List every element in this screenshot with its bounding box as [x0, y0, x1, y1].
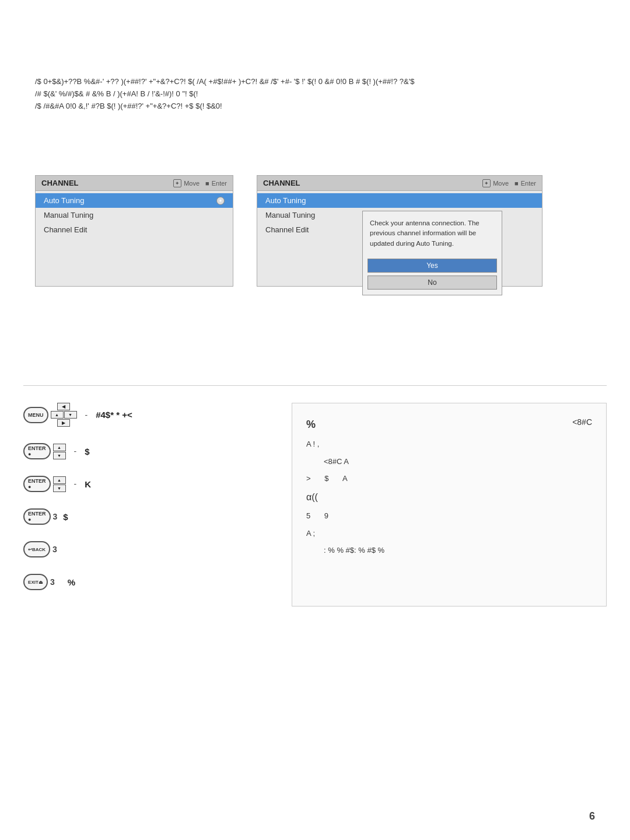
left-channel-menu: Auto Tuning ● Manual Tuning Channel Edit: [36, 191, 233, 286]
button-instructions: MENU ◀ ▶ - #4$* * +< ENTER●: [23, 403, 257, 607]
right-auto-tuning-label: Auto Tuning: [265, 196, 306, 205]
left-nav-enter-sep: ■: [205, 180, 209, 187]
left-channel-edit-label: Channel Edit: [44, 225, 87, 234]
yes-button[interactable]: Yes: [368, 259, 497, 273]
section-divider: [23, 385, 607, 386]
nav-move-icon: ✦: [173, 179, 181, 187]
info-sub-text: : % % #$: % #$ %: [324, 546, 384, 555]
right-channel-box: CHANNEL ✦ Move ■ Enter Auto Tuning Manua…: [257, 175, 542, 287]
left-menu-item-manual-tuning[interactable]: Manual Tuning: [36, 208, 233, 222]
num-3-label-1: 3: [53, 512, 58, 521]
info-row-4: α((: [306, 489, 592, 506]
right-menu-item-auto-tuning[interactable]: Auto Tuning: [257, 193, 542, 208]
left-channel-nav-hint: ✦ Move ■ Enter: [173, 179, 227, 187]
info-row-2: A ! ,: [306, 437, 592, 451]
enter3-label: $: [63, 512, 68, 522]
btn-group-enter2: ENTER●: [23, 476, 66, 492]
right-nav-move-label: Move: [493, 180, 509, 187]
antenna-popup: Check your antenna connection. The previ…: [362, 211, 502, 295]
info-box: % <8#C A ! , <8#C A > $ A α(( 5 9 A ; : …: [292, 403, 607, 607]
info-row-5: A ;: [306, 527, 592, 540]
arrow-right-button[interactable]: ▶: [57, 419, 70, 427]
btn-group-menu: MENU ◀ ▶: [23, 403, 77, 427]
desc-line3: /$ /#&#A 0!0 &,!' #?B $(! )(+##!?' +"+&?…: [35, 100, 595, 113]
enter-button-2[interactable]: ENTER●: [23, 476, 51, 492]
info-a-label: A ! ,: [306, 440, 319, 448]
right-channel-nav-hint: ✦ Move ■ Enter: [482, 179, 536, 187]
right-nav-enter-sep: ■: [514, 180, 519, 187]
btn-row-enter3: ENTER● 3 $: [23, 508, 257, 525]
btn-row-menu: MENU ◀ ▶ - #4$* * +<: [23, 403, 257, 427]
right-channel-header: CHANNEL ✦ Move ■ Enter: [257, 176, 542, 191]
arrow-buttons-3: [53, 476, 66, 492]
dash-3: -: [74, 479, 77, 489]
btn-group-enter1: ENTER●: [23, 443, 66, 459]
left-menu-item-auto-tuning[interactable]: Auto Tuning ●: [36, 193, 233, 208]
right-nav-move-icon: ✦: [482, 179, 491, 187]
left-nav-enter-label: Enter: [212, 180, 227, 187]
num-3-label-2: 3: [52, 545, 57, 554]
arrow-down-button-3[interactable]: [53, 485, 66, 492]
arrow-up-button-2[interactable]: [53, 444, 66, 451]
page-number: 6: [589, 810, 595, 822]
info-row-3: > $ A: [306, 472, 592, 485]
btn-row-enter1: ENTER● - $: [23, 443, 257, 459]
no-button[interactable]: No: [368, 276, 497, 290]
info-code-1: <8#C: [572, 415, 592, 430]
selected-icon: ●: [216, 197, 225, 205]
info-num-5: 5: [306, 511, 310, 520]
enter1-label: $: [85, 447, 89, 456]
left-auto-tuning-label: Auto Tuning: [44, 196, 84, 205]
info-a-val: A: [342, 474, 348, 483]
exit-label: %: [68, 577, 75, 587]
info-gt-label: >: [306, 474, 311, 483]
info-alpha-label: α((: [306, 492, 318, 502]
info-a-semi: A ;: [306, 529, 315, 538]
desc-line2: /# $(&' %/#)$& # &% B / )(+#A! B / !'&-!…: [35, 88, 595, 100]
enter-button-3[interactable]: ENTER●: [23, 508, 51, 525]
info-num-9: 9: [324, 511, 328, 520]
dash-2: -: [74, 447, 77, 456]
left-menu-item-channel-edit[interactable]: Channel Edit: [36, 222, 233, 237]
info-row-5b: : % % #$: % #$ %: [306, 543, 592, 557]
btn-row-enter2: ENTER● - K: [23, 476, 257, 492]
arrow-buttons-1: ◀ ▶: [51, 403, 77, 427]
arrow-down-button-1[interactable]: [64, 411, 77, 419]
menu-button[interactable]: MENU: [23, 407, 48, 423]
enter2-label: K: [85, 479, 91, 489]
info-code-2: <8#C A: [324, 457, 349, 466]
back-button[interactable]: ↩BACK: [23, 541, 50, 557]
left-nav-move-label: Move: [184, 180, 200, 187]
arrow-left-button[interactable]: ◀: [57, 403, 70, 410]
top-description: /$ 0+$&)+??B %&#-' +?? )(+##!?' +"+&?+C?…: [35, 76, 595, 112]
left-channel-header: CHANNEL ✦ Move ■ Enter: [36, 176, 233, 191]
left-manual-tuning-label: Manual Tuning: [44, 211, 93, 219]
exit-button[interactable]: EXIT⏏: [23, 574, 48, 590]
right-nav-enter-label: Enter: [521, 180, 536, 187]
right-manual-tuning-label: Manual Tuning: [265, 211, 315, 219]
enter-button-1[interactable]: ENTER●: [23, 443, 51, 459]
menu-label: #4$* * +<: [96, 410, 132, 420]
info-percent-1: %: [306, 419, 316, 430]
arrow-up-button-1[interactable]: [51, 411, 64, 419]
info-dollar: $: [324, 474, 328, 483]
right-channel-edit-label: Channel Edit: [265, 225, 309, 234]
btn-row-back: ↩BACK 3: [23, 541, 257, 557]
arrow-down-button-2[interactable]: [53, 452, 66, 459]
btn-group-exit: EXIT⏏ 3: [23, 574, 55, 590]
info-row-4b: 5 9: [306, 509, 592, 522]
channel-section: CHANNEL ✦ Move ■ Enter Auto Tuning ● Man…: [35, 175, 595, 287]
btn-row-exit: EXIT⏏ 3 %: [23, 574, 257, 590]
arrow-buttons-2: [53, 444, 66, 459]
info-row-2b: <8#C A: [306, 455, 592, 468]
left-channel-box: CHANNEL ✦ Move ■ Enter Auto Tuning ● Man…: [35, 175, 233, 287]
button-section: MENU ◀ ▶ - #4$* * +< ENTER●: [23, 403, 607, 607]
popup-message: Check your antenna connection. The previ…: [363, 211, 502, 256]
dash-1: -: [85, 410, 88, 420]
arrow-up-button-3[interactable]: [53, 476, 66, 484]
btn-group-back: ↩BACK 3: [23, 541, 57, 557]
right-channel-title: CHANNEL: [263, 179, 300, 187]
btn-group-enter3: ENTER● 3: [23, 508, 57, 525]
desc-line1: /$ 0+$&)+??B %&#-' +?? )(+##!?' +"+&?+C?…: [35, 76, 595, 88]
num-3-label-3: 3: [50, 577, 55, 587]
